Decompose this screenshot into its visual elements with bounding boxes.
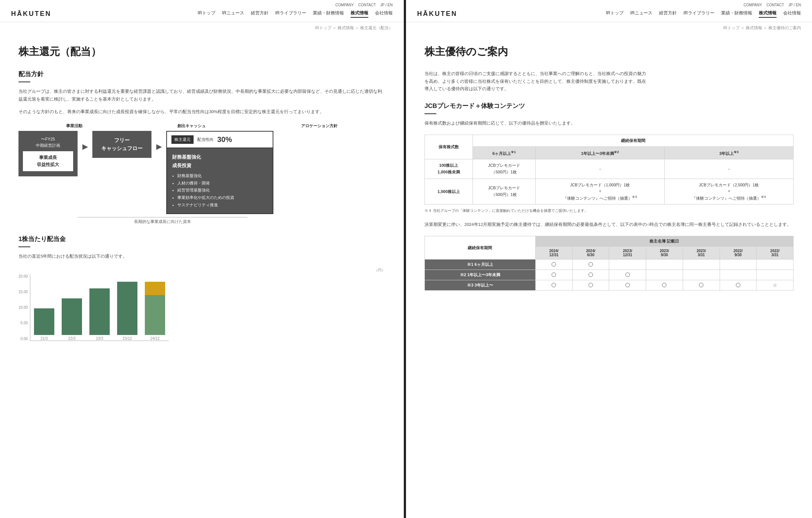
section2-title: 1株当たり配当金 (18, 235, 385, 243)
th-date-3: 2023/9/30 (646, 247, 683, 260)
nav-company[interactable]: 会社情報 (375, 10, 393, 18)
bar-green-4 (145, 295, 165, 335)
r-nav-company[interactable]: 会社情報 (783, 10, 801, 18)
circle-icon (552, 283, 556, 287)
right-breadcrumb: IRトップ ＞ 株式情報 ＞ 株主優待のご案内 (406, 22, 812, 34)
bar-green-2 (89, 288, 110, 335)
nav-stock[interactable]: 株式情報 (351, 10, 368, 18)
circle-icon (552, 262, 556, 267)
bar-label-3: 23/12 (123, 336, 132, 341)
td-cell-1-2: JCBプレモカード（2,500円）1枚＋『体験コンテンツ』へご招待（抽選）※4 (665, 179, 794, 204)
y15: 15.00 (18, 290, 28, 294)
r-lang-link[interactable]: JP / EN (788, 3, 801, 7)
r-nav-financial[interactable]: 業績・財務情報 (721, 10, 752, 18)
bar-green-0 (34, 308, 54, 335)
section2: 1株当たり配当金 当社の直近5年間における配当状況は以下の通りです。 （円） 0… (18, 235, 385, 341)
box3-item3: 経営管理基盤強化 (177, 187, 267, 194)
diagram-box1: 〜FY25中期経営計画 事業成長収益性拡大 (18, 131, 78, 176)
mark-1-3 (646, 270, 683, 280)
r-company-link[interactable]: COMPANY (744, 3, 762, 7)
nav-management[interactable]: 経営方針 (251, 10, 269, 18)
right-page-title: 株主優待のご案内 (424, 45, 794, 59)
left-page-title: 株主還元（配当） (18, 45, 385, 59)
section2-intro-text: 決算期変更に伴い、2024年12月期実施予定の株主優待では、継続保有期間の必要最… (424, 221, 794, 228)
diagram-box2: フリーキャッシュフロー (92, 131, 151, 158)
r-nav-ir-top[interactable]: IRトップ (606, 10, 624, 18)
mark-1-6 (757, 270, 794, 280)
box3-item1: 財務基盤強化 (177, 172, 267, 180)
r-nav-library[interactable]: IRライブラリー (683, 10, 714, 18)
period-label-2: ※3 3年以上〜 (425, 280, 536, 291)
box3-bottom: 財務基盤強化成長投資 財務基盤強化 人材の獲得・開発 経営管理基盤強化 事業効率… (167, 148, 273, 213)
nav-ir-news[interactable]: IRニュース (222, 10, 244, 18)
mark-0-5 (720, 260, 757, 270)
note1: ※４ 当社グループの「体験コンテンツ」に直接触れていただける機会を抽選でご提供い… (424, 207, 794, 214)
r-nav-stock[interactable]: 株式情報 (759, 10, 777, 18)
left-breadcrumb: IRトップ ＞ 株式情報 ＞ 株主還元（配当） (0, 22, 404, 34)
box3-top-row: 株主還元 配当性向 30% (167, 132, 273, 148)
bar-label-2: 23/3 (96, 336, 103, 341)
long-term-label: 長期的な事業成長に向けた資本 (78, 217, 248, 224)
mark-2-2 (609, 280, 646, 291)
left-top-links: COMPANY CONTACT JP / EN (335, 3, 393, 7)
chart-unit: （円） (18, 268, 385, 273)
record-row-0: ※1 6ヶ月以上 (425, 260, 794, 270)
r-nav-ir-news[interactable]: IRニュース (630, 10, 652, 18)
box3-item5: サステナビリティ推進 (177, 202, 267, 209)
nav-ir-top[interactable]: IRトップ (198, 10, 215, 18)
circle-icon (699, 283, 703, 287)
box1-inner: 事業成長収益性拡大 (23, 151, 73, 171)
nav-library[interactable]: IRライブラリー (275, 10, 306, 18)
contact-link[interactable]: CONTACT (358, 3, 376, 7)
mark-0-1 (572, 260, 609, 270)
mark-0-3 (646, 260, 683, 270)
lang-link[interactable]: JP / EN (380, 3, 393, 7)
mark-2-0 (535, 280, 572, 291)
nav-financial[interactable]: 業績・財務情報 (313, 10, 344, 18)
mark-0-2 (609, 260, 646, 270)
arrow1: ▶ (78, 142, 92, 151)
left-nav: IRトップ IRニュース 経営方針 IRライブラリー 業績・財務情報 株式情報 … (198, 10, 393, 18)
bar-gold-4 (145, 282, 165, 295)
mark-1-1 (572, 270, 609, 280)
right-panel: COMPANY CONTACT JP / EN HĀKUTEN IRトップ IR… (406, 0, 812, 518)
bar-label-1: 22/3 (68, 336, 75, 341)
circle-icon (588, 283, 593, 287)
table1-row0: 100株以上1,000株未満 JCBプレモカード（500円）1枚 － － (425, 159, 794, 179)
section1-body1: 当社グループは、株主の皆さまに対する利益還元を重要な経営課題と認識しており、経営… (18, 88, 385, 103)
r-nav-management[interactable]: 経営方針 (659, 10, 677, 18)
pct-value: 30% (217, 135, 232, 144)
td-shares-0: 100株以上1,000株未満 (425, 159, 473, 179)
right-section1: JCBプレモカード＋体験コンテンツ 保有株式数および継続保有期間に応じて、以下の… (424, 102, 794, 214)
circle-icon (588, 272, 593, 277)
chart-bars: 21/3 22/3 23/3 (30, 274, 169, 341)
mark-0-4 (683, 260, 720, 270)
diag-label2: 創出キャッシュ (177, 123, 206, 129)
company-link[interactable]: COMPANY (335, 3, 354, 7)
r-contact-link[interactable]: CONTACT (767, 3, 784, 7)
right-section1-title: JCBプレモカード＋体験コンテンツ (424, 102, 794, 110)
section2-underline (18, 246, 30, 247)
diag-label3: アロケーション方針 (301, 123, 338, 129)
th-date-1: 2024/6/30 (572, 247, 609, 260)
mark-2-1 (572, 280, 609, 291)
bar-group-0: 21/3 (34, 308, 54, 341)
th-date-4: 2023/3/31 (683, 247, 720, 260)
bar-label-4: 24/12 (150, 336, 160, 341)
right-nav: IRトップ IRニュース 経営方針 IRライブラリー 業績・財務情報 株式情報 … (606, 10, 801, 18)
y0: 0.00 (18, 337, 28, 341)
td-cell-0-2: － (665, 159, 794, 179)
arrow2: ▶ (151, 142, 166, 151)
th-date-6: 2022/3/31 (757, 247, 794, 260)
chart-container: 0.00 5.00 10.00 15.00 20.00 21/3 (18, 274, 385, 341)
td-cell-1-0: JCBプレモカード（500円）1枚 (473, 179, 536, 204)
box3-list: 財務基盤強化 人材の獲得・開発 経営管理基盤強化 事業効率化や拡大のための投資 … (172, 172, 267, 209)
left-content: 株主還元（配当） 配当方針 当社グループは、株主の皆さまに対する利益還元を重要な… (0, 34, 404, 359)
right-header: COMPANY CONTACT JP / EN HĀKUTEN IRトップ IR… (406, 0, 812, 22)
circle-icon (736, 283, 740, 287)
right-section1-underline (424, 113, 436, 114)
diagram-labels: 事業活動 創出キャッシュ アロケーション方針 (18, 123, 385, 129)
td-cell-0-1: － (536, 159, 665, 179)
th-shares: 保有株式数 (425, 135, 473, 159)
record-row-1: ※2 1年以上〜3年未満 (425, 270, 794, 280)
